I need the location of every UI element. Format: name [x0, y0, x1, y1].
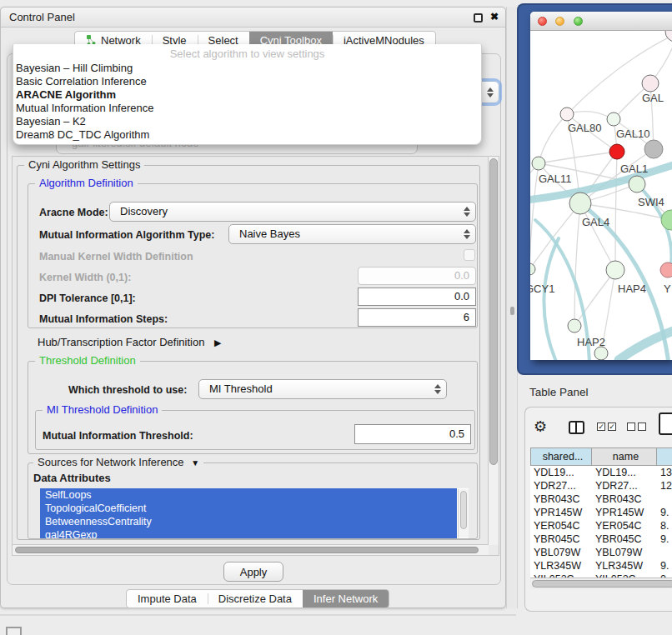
network-edge [530, 163, 539, 269]
close-panel-icon[interactable]: ✖ [490, 11, 499, 22]
node-label-gal80: GAL80 [568, 122, 601, 134]
table-cell: YDR27... [592, 479, 657, 492]
gear-icon[interactable]: ⚙ [534, 418, 547, 436]
table-row[interactable]: YDL19...YDL19...13 [530, 466, 672, 479]
data-attributes-list[interactable]: SelfLoopsTopologicalCoefficientBetweenne… [40, 488, 469, 538]
checked-checkbox-icon[interactable]: ✓ [597, 422, 605, 431]
attribute-item-betweennesscentrality[interactable]: BetweennessCentrality [40, 515, 457, 528]
table-row[interactable]: YLR345WYLR345W9. [530, 559, 672, 572]
table-panel-title: Table Panel [529, 386, 589, 398]
manual-kernel-width-label: Manual Kernel Width Definition [39, 250, 193, 263]
mi-type-label: Mutual Information Algorithm Type: [39, 228, 214, 242]
network-edge [574, 203, 580, 326]
network-window-titlebar[interactable] [530, 12, 672, 31]
network-canvas[interactable]: GALGAL80GAL10GAL1GAL11SWI4GAL4GCY1HAP4YH… [530, 31, 672, 360]
table-row[interactable]: YBL079WYBL079W [530, 546, 672, 559]
network-node[interactable] [606, 261, 624, 279]
settings-horizontal-scrollbar[interactable] [13, 544, 489, 555]
scrollbar-thumb[interactable] [460, 491, 467, 529]
table-row[interactable]: YDR27...YDR27...12 [530, 479, 672, 492]
column-header-shared[interactable]: shared... [530, 448, 592, 466]
table-cell: YER054C [592, 519, 657, 532]
control-panel: Control Panel ✖ NetworkStyleSelectCyni T… [0, 7, 506, 608]
network-node[interactable] [665, 31, 672, 42]
network-view-window: GALGAL80GAL10GAL1GAL11SWI4GAL4GCY1HAP4YH… [517, 3, 672, 375]
table-cell: 9. [657, 532, 672, 546]
network-node[interactable] [569, 192, 591, 214]
document-icon[interactable] [659, 412, 672, 435]
unchecked-checkbox-icon[interactable] [627, 422, 635, 431]
network-node[interactable] [642, 75, 659, 92]
network-window: GALGAL80GAL10GAL1GAL11SWI4GAL4GCY1HAP4YH… [530, 12, 672, 360]
column-header-name[interactable]: name [592, 448, 657, 466]
columns-icon[interactable] [569, 421, 584, 434]
scrollbar-thumb[interactable] [15, 547, 479, 553]
table-cell: YBL079W [530, 546, 592, 559]
tab-discretize-data[interactable]: Discretize Data [208, 590, 303, 608]
dropdown-item-bayesian-k2[interactable]: Bayesian – K2 [13, 115, 481, 128]
network-node[interactable] [532, 157, 545, 170]
zoom-window-button[interactable] [574, 17, 583, 26]
table-row[interactable]: YBR043CYBR043C [530, 492, 672, 506]
dropdown-item-bayesian-hill-climbing[interactable]: Bayesian – Hill Climbing [13, 62, 481, 75]
tab-impute-data[interactable]: Impute Data [127, 590, 208, 608]
panel-splitter[interactable] [506, 7, 518, 608]
table-cell: 12 [657, 479, 672, 492]
node-label-hap2: HAP2 [577, 336, 605, 348]
minimized-panel-icon[interactable] [6, 627, 22, 635]
network-node[interactable] [629, 176, 645, 192]
dropdown-item-mutual-information-inference[interactable]: Mutual Information Inference [13, 102, 481, 115]
scrollbar-thumb[interactable] [489, 158, 498, 465]
network-node[interactable] [660, 262, 672, 278]
table-cell: YLR345W [592, 559, 657, 572]
apply-button[interactable]: Apply [223, 562, 283, 582]
splitter-handle[interactable] [510, 307, 514, 315]
mi-threshold-input[interactable]: 0.5 [354, 424, 471, 444]
mi-type-combo[interactable]: Naive Bayes [228, 224, 476, 244]
scrollbar-thumb[interactable] [532, 580, 672, 588]
checked-checkbox-icon[interactable]: ✓ [608, 422, 616, 431]
dropdown-item-basic-correlation-inference[interactable]: Basic Correlation Inference [13, 75, 481, 88]
attributes-list-scrollbar[interactable] [458, 489, 469, 538]
data-attributes-label: Data Attributes [33, 472, 111, 485]
table-horizontal-scrollbar[interactable] [530, 578, 672, 589]
node-label-gal: GAL [642, 92, 664, 104]
float-window-icon[interactable] [474, 13, 483, 22]
attribute-item-selfloops[interactable]: SelfLoops [40, 488, 457, 502]
table-row[interactable]: YPR145WYPR145W9. [530, 506, 672, 519]
hub-factor-section-header[interactable]: Hub/Transcription Factor Definition ▶ [38, 336, 221, 348]
network-node[interactable] [560, 108, 574, 121]
column-header-a[interactable]: A [657, 448, 672, 466]
tab-infer-network[interactable]: Infer Network [303, 590, 389, 608]
dropdown-item-aracne-algorithm[interactable]: ARACNE Algorithm [13, 88, 481, 102]
table-cell: YDR27... [530, 479, 592, 492]
minimize-window-button[interactable] [555, 17, 564, 26]
network-node[interactable] [644, 140, 663, 158]
aracne-mode-combo[interactable]: Discovery [109, 202, 476, 222]
dropdown-item-dream8-dc-tdc-algorithm[interactable]: Dream8 DC_TDC Algorithm [13, 128, 481, 142]
mi-steps-input[interactable]: 6 [358, 308, 476, 327]
network-node[interactable] [594, 347, 608, 360]
unchecked-checkbox-icon[interactable] [638, 422, 646, 431]
which-threshold-combo[interactable]: MI Threshold [198, 379, 447, 399]
network-node[interactable] [609, 144, 624, 159]
close-window-button[interactable] [538, 17, 547, 26]
node-label-gal1: GAL1 [620, 162, 648, 175]
table-row[interactable]: YBR045CYBR045C9. [530, 532, 672, 546]
network-node[interactable] [607, 112, 620, 126]
network-node[interactable] [661, 210, 672, 230]
mi-type-value: Naive Bayes [239, 225, 300, 243]
kernel-width-input[interactable]: 0.0 [358, 267, 476, 285]
cyni-algorithm-settings-group: Cyni Algorithm Settings Algorithm Defini… [17, 165, 480, 540]
table-cell: YPR145W [592, 506, 657, 519]
manual-kernel-width-checkbox[interactable] [464, 249, 475, 261]
dpi-tolerance-input[interactable]: 0.0 [358, 288, 476, 306]
sources-section-header[interactable]: Sources for Network Inference ▼ [33, 456, 203, 470]
attribute-item-topologicalcoefficient[interactable]: TopologicalCoefficient [40, 502, 457, 515]
network-node[interactable] [568, 319, 581, 332]
settings-vertical-scrollbar[interactable] [488, 157, 499, 545]
network-node[interactable] [530, 263, 535, 275]
mi-steps-label: Mutual Information Steps: [39, 312, 168, 326]
attribute-item-gal4rgexp[interactable]: gal4RGexp [40, 528, 457, 538]
table-row[interactable]: YER054CYER054C8. [530, 519, 672, 532]
